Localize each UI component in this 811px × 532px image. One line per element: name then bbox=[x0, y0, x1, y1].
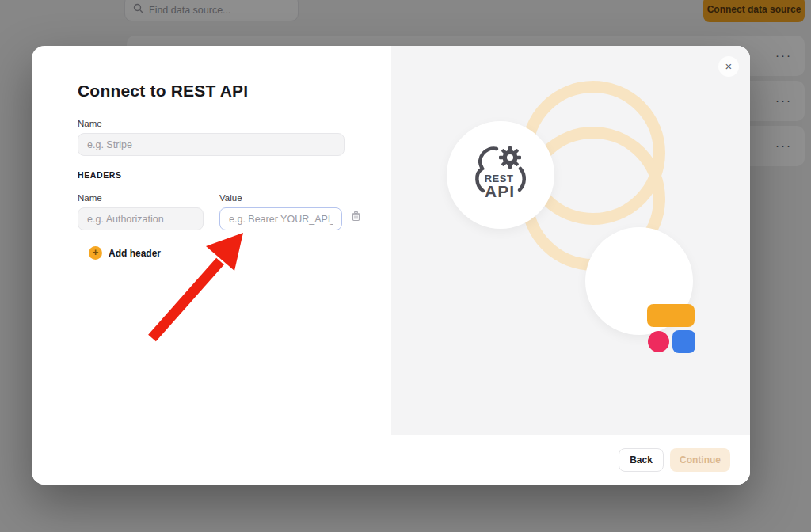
header-name-input[interactable] bbox=[78, 207, 204, 230]
rest-api-logo-circle: REST API bbox=[447, 121, 554, 229]
continue-button[interactable]: Continue bbox=[670, 448, 730, 472]
delete-header-button[interactable] bbox=[349, 211, 362, 223]
rest-api-logo: REST API bbox=[447, 121, 554, 229]
modal-footer: Back Continue bbox=[32, 435, 750, 484]
back-button[interactable]: Back bbox=[619, 448, 664, 472]
add-header-button[interactable]: + Add header bbox=[89, 246, 161, 260]
logo-orange-rectangle bbox=[647, 304, 695, 327]
header-value-input[interactable] bbox=[219, 207, 342, 230]
app-logo-circle bbox=[585, 227, 693, 335]
close-icon[interactable]: × bbox=[718, 56, 739, 77]
trash-icon bbox=[351, 211, 361, 222]
plus-icon: + bbox=[89, 246, 102, 260]
headers-section-label: HEADERS bbox=[78, 170, 122, 180]
name-input[interactable] bbox=[78, 133, 345, 156]
add-header-label: Add header bbox=[109, 248, 161, 259]
header-name-column-label: Name bbox=[78, 193, 102, 203]
logo-pink-circle bbox=[648, 331, 669, 352]
modal-title: Connect to REST API bbox=[78, 82, 248, 101]
gear-icon bbox=[499, 146, 521, 169]
header-value-column-label: Value bbox=[219, 193, 242, 203]
name-field-label: Name bbox=[78, 119, 102, 128]
logo-blue-square bbox=[672, 330, 695, 353]
logo-text-api: API bbox=[485, 182, 515, 200]
connect-rest-api-modal: REST API × Connect to REST API Name HEAD… bbox=[32, 46, 750, 484]
